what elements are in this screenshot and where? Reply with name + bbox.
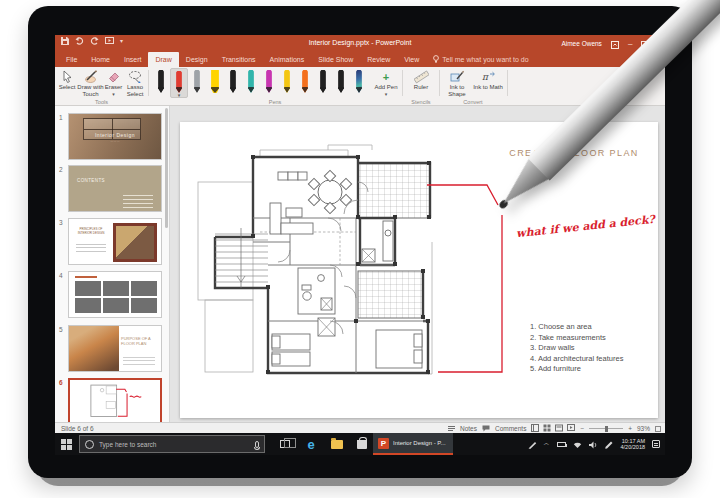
file-explorer-button[interactable] [325, 433, 349, 455]
tab-view[interactable]: View [397, 52, 426, 67]
zoom-slider-thumb[interactable] [605, 426, 608, 432]
tab-home[interactable]: Home [84, 52, 117, 67]
start-button[interactable] [55, 433, 77, 455]
tab-draw[interactable]: Draw [148, 52, 178, 67]
pen[interactable] [242, 68, 260, 98]
tab-review[interactable]: Review [360, 52, 397, 67]
slide-number: 3 [59, 219, 63, 226]
ribbon-display-options-icon[interactable] [611, 35, 619, 53]
show-hidden-icons-chevron[interactable]: ︿ [544, 439, 550, 448]
pen[interactable] [332, 68, 350, 98]
ribbon-tab-row: File Home Insert Draw Design Transitions… [55, 52, 665, 67]
pen-swatch [209, 70, 222, 93]
slide-number: 4 [59, 272, 63, 279]
taskbar-search-box[interactable]: Type here to search [79, 435, 265, 453]
highlighter-pen[interactable] [206, 68, 224, 98]
ink-to-math-button[interactable]: π Ink to Math [473, 69, 503, 91]
battery-icon[interactable] [557, 442, 566, 447]
slide-canvas[interactable]: CREATE A FLOOR PLAN what if we add a dec… [180, 122, 658, 418]
taskbar-clock[interactable]: 10:17 AM 4/20/2018 [621, 438, 645, 451]
notes-toggle[interactable]: Notes [460, 425, 477, 432]
ribbon: Select Draw with Touch Eraser ▾ Lasso Se… [55, 67, 665, 106]
ink-to-shape-button[interactable]: Ink to Shape [442, 69, 472, 98]
tab-design[interactable]: Design [179, 52, 215, 67]
slide-thumbnail-pane: 1 Interior Design — — — 2 CONTENTS 3 PRI… [55, 106, 170, 422]
draw-with-touch-button[interactable]: Draw with Touch [77, 69, 104, 98]
microphone-icon[interactable] [255, 441, 259, 448]
pen[interactable] [260, 68, 278, 98]
pen[interactable] [188, 68, 206, 98]
tab-transitions[interactable]: Transitions [215, 52, 263, 67]
thumbnail-slide-2[interactable]: CONTENTS [68, 165, 162, 212]
comments-toggle[interactable]: Comments [495, 425, 526, 432]
pen[interactable] [224, 68, 242, 98]
ribbon-group-convert: Ink to Shape π Ink to Math Convert [440, 67, 506, 106]
tab-file[interactable]: File [59, 52, 84, 67]
reading-view-icon[interactable] [555, 424, 563, 433]
search-placeholder: Type here to search [99, 441, 156, 448]
store-button[interactable] [351, 433, 373, 455]
ruler-button[interactable]: Ruler [406, 69, 436, 91]
steps-list: 1. Choose an area 2. Take measurements 3… [530, 322, 623, 375]
pen[interactable] [314, 68, 332, 98]
eraser-icon [104, 69, 123, 84]
slide-editing-area: CREATE A FLOOR PLAN what if we add a dec… [170, 106, 665, 422]
slide-sorter-icon[interactable] [543, 424, 551, 433]
surface-pen-icon[interactable] [605, 435, 614, 453]
eraser-button[interactable]: Eraser ▾ [104, 69, 123, 98]
zoom-in-button[interactable]: + [628, 425, 632, 432]
zoom-slider[interactable] [589, 428, 623, 429]
thumbnail-slide-6[interactable] [68, 378, 162, 422]
wifi-icon[interactable] [573, 435, 582, 453]
pen[interactable] [296, 68, 314, 98]
edge-icon: e [307, 438, 314, 451]
pen-swatch [264, 70, 275, 93]
pen-swatch [174, 71, 185, 93]
slide4-heading-bar [75, 276, 97, 278]
minimize-button[interactable]: – [628, 40, 632, 48]
thumbnail-slide-4[interactable] [68, 271, 162, 318]
thumbnail-slide-3[interactable]: PRINCIPLES OF INTERIOR DESIGN [68, 218, 162, 265]
windows-taskbar: Type here to search e P Interior Design … [55, 433, 665, 455]
thumbnail-slide-5[interactable]: PURPOSE OF A FLOOR PLAN [68, 325, 162, 372]
pen-swatch [282, 70, 293, 93]
tab-slide-show[interactable]: Slide Show [311, 52, 360, 67]
zoom-out-button[interactable]: − [580, 425, 584, 432]
pen-selected[interactable]: ▾ [170, 68, 188, 98]
add-pen-plus-icon: + [373, 69, 399, 84]
step-item: 2. Take measurements [530, 333, 623, 344]
ink-workspace-icon[interactable] [528, 435, 537, 453]
thumbnail-slide-1[interactable]: Interior Design — — — [68, 113, 162, 160]
add-pen-button[interactable]: + Add Pen ▾ [373, 69, 399, 98]
comments-icon [482, 425, 490, 433]
volume-icon[interactable] [589, 435, 598, 453]
tell-me-box[interactable]: Tell me what you want to do [426, 52, 535, 67]
user-name[interactable]: Aimee Owens [561, 40, 601, 47]
normal-view-icon[interactable] [531, 424, 539, 433]
edge-button[interactable]: e [299, 433, 323, 455]
task-view-button[interactable] [273, 433, 297, 455]
galaxy-pen[interactable] [350, 68, 368, 98]
pen[interactable] [278, 68, 296, 98]
fit-slide-to-window-button[interactable] [655, 426, 661, 432]
titlebar: ▾ Interior Design.pptx - PowerPoint Aime… [55, 35, 665, 52]
ink-to-math-icon: π [473, 69, 503, 84]
tab-insert[interactable]: Insert [117, 52, 149, 67]
slide-show-icon[interactable] [567, 424, 575, 433]
powerpoint-taskbar-button[interactable]: P Interior Design - P... [373, 433, 453, 455]
red-ink-line-top [427, 185, 498, 205]
thumbnail-scrollbar[interactable] [165, 108, 168, 228]
tab-animations[interactable]: Animations [263, 52, 312, 67]
action-center-icon[interactable] [652, 440, 660, 448]
slide4-box-grid [75, 281, 157, 313]
store-icon [357, 440, 367, 449]
pen-swatch [354, 70, 365, 93]
pen[interactable] [152, 68, 170, 98]
red-ink-line-side [438, 215, 502, 372]
slide6-mini-floorplan [70, 380, 160, 422]
lightbulb-icon [433, 55, 439, 64]
lasso-select-button[interactable]: Lasso Select [123, 69, 147, 98]
pen-gallery: ▾ [152, 68, 368, 98]
select-tool[interactable]: Select [57, 69, 77, 91]
pen-swatch [192, 70, 203, 93]
